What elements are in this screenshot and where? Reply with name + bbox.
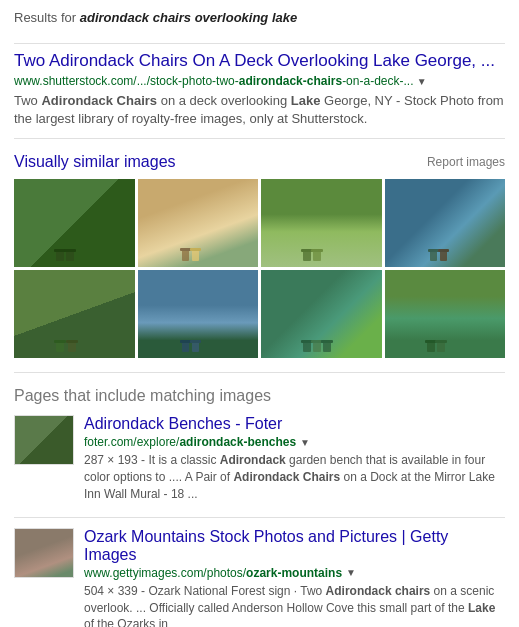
similar-image-2[interactable] (138, 179, 259, 267)
similar-image-1[interactable] (14, 179, 135, 267)
visually-similar-header: Visually similar images Report images (14, 153, 505, 171)
svg-rect-25 (313, 342, 321, 352)
svg-rect-21 (192, 342, 199, 352)
page-info-2: Ozark Mountains Stock Photos and Picture… (84, 528, 505, 627)
report-images-link[interactable]: Report images (427, 155, 505, 169)
page-snippet-1: 287 × 193 - It is a classic Adirondack g… (84, 452, 505, 502)
result-snippet: Two Adirondack Chairs on a deck overlook… (14, 92, 505, 128)
url-dropdown-2[interactable]: ▼ (346, 567, 356, 578)
svg-rect-11 (311, 249, 323, 252)
page-url-1: foter.com/explore/adirondack-benches (84, 435, 296, 449)
page-url-2: www.gettyimages.com/photos/ozark-mountai… (84, 566, 342, 580)
visually-similar-title: Visually similar images (14, 153, 176, 171)
divider-3 (14, 372, 505, 373)
similar-image-8[interactable] (385, 270, 506, 358)
svg-rect-24 (303, 342, 311, 352)
svg-rect-31 (437, 342, 445, 352)
svg-rect-9 (313, 251, 321, 261)
svg-rect-29 (321, 340, 333, 343)
page-url-row-1: foter.com/explore/adirondack-benches ▼ (84, 435, 505, 449)
svg-rect-3 (64, 249, 76, 252)
url-dropdown-1[interactable]: ▼ (300, 437, 310, 448)
results-header: Results for adirondack chairs overlookin… (14, 10, 505, 33)
svg-rect-15 (438, 249, 449, 252)
page-thumb-2[interactable] (14, 528, 74, 578)
svg-rect-16 (56, 342, 64, 352)
svg-rect-18 (54, 340, 66, 343)
svg-rect-1 (66, 251, 74, 261)
visually-similar-grid (14, 179, 505, 358)
svg-rect-8 (303, 251, 311, 261)
results-prefix: Results for (14, 10, 80, 25)
result-title-link[interactable]: Two Adirondack Chairs On A Deck Overlook… (14, 51, 495, 70)
svg-rect-12 (430, 251, 437, 261)
svg-rect-22 (180, 340, 191, 343)
divider-4 (14, 517, 505, 518)
svg-rect-26 (323, 342, 331, 352)
page-snippet-2: 504 × 339 - Ozark National Forest sign ·… (84, 583, 505, 627)
svg-rect-7 (190, 248, 201, 251)
pages-section: Pages that include matching images Adiro… (14, 387, 505, 627)
similar-image-4[interactable] (385, 179, 506, 267)
similar-image-3[interactable] (261, 179, 382, 267)
svg-rect-17 (68, 342, 76, 352)
svg-rect-23 (190, 340, 201, 343)
similar-image-5[interactable] (14, 270, 135, 358)
svg-rect-5 (192, 250, 199, 261)
page-result-2: Ozark Mountains Stock Photos and Picture… (14, 528, 505, 627)
svg-rect-0 (56, 251, 64, 261)
page-result-1: Adirondack Benches - Foter foter.com/exp… (14, 415, 505, 502)
svg-rect-6 (180, 248, 191, 251)
pages-section-title: Pages that include matching images (14, 387, 505, 405)
divider-1 (14, 43, 505, 44)
svg-rect-13 (440, 251, 447, 261)
top-result: Two Adirondack Chairs On A Deck Overlook… (14, 50, 505, 128)
page-title-2[interactable]: Ozark Mountains Stock Photos and Picture… (84, 528, 505, 564)
page-info-1: Adirondack Benches - Foter foter.com/exp… (84, 415, 505, 502)
result-url: www.shutterstock.com/.../stock-photo-two… (14, 74, 505, 88)
svg-rect-19 (66, 340, 78, 343)
page-url-row-2: www.gettyimages.com/photos/ozark-mountai… (84, 566, 505, 580)
svg-rect-33 (435, 340, 447, 343)
divider-2 (14, 138, 505, 139)
similar-image-6[interactable] (138, 270, 259, 358)
svg-rect-20 (182, 342, 189, 352)
svg-rect-14 (428, 249, 439, 252)
svg-rect-30 (427, 342, 435, 352)
page-title-1[interactable]: Adirondack Benches - Foter (84, 415, 505, 433)
search-query: adirondack chairs overlooking lake (80, 10, 297, 25)
similar-image-7[interactable] (261, 270, 382, 358)
svg-rect-4 (182, 250, 189, 261)
page-thumb-1[interactable] (14, 415, 74, 465)
